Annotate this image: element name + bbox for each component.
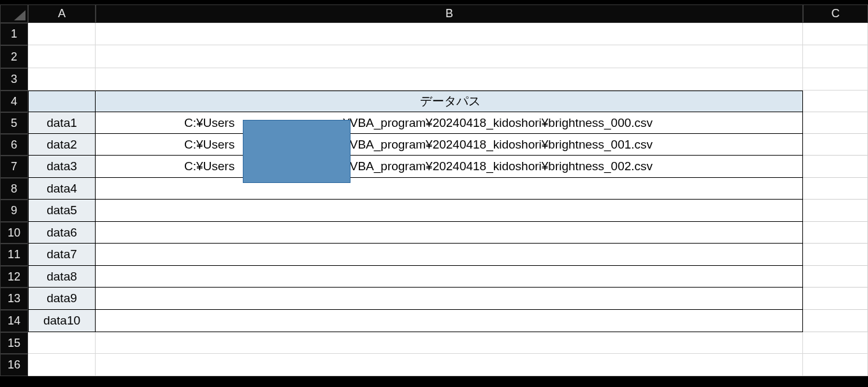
- row-header-14[interactable]: 14: [0, 310, 28, 332]
- row-header-8[interactable]: 8: [0, 178, 28, 200]
- cell-A11[interactable]: data7: [28, 244, 96, 266]
- row-header-1[interactable]: 1: [0, 23, 28, 45]
- cell-C9[interactable]: [803, 200, 868, 222]
- cell-A2[interactable]: [28, 45, 96, 68]
- cell-A10[interactable]: data6: [28, 222, 96, 244]
- cell-C4[interactable]: [803, 91, 868, 112]
- select-all-corner[interactable]: [0, 4, 28, 23]
- cell-C14[interactable]: [803, 310, 868, 332]
- cell-C12[interactable]: [803, 266, 868, 288]
- cell-C3[interactable]: [803, 68, 868, 91]
- cell-B9[interactable]: [96, 200, 803, 222]
- cell-C5[interactable]: [803, 112, 868, 134]
- column-header-C[interactable]: C: [803, 4, 868, 23]
- cell-B10[interactable]: [96, 222, 803, 244]
- cell-C13[interactable]: [803, 288, 868, 310]
- row-header-7[interactable]: 7: [0, 156, 28, 178]
- cell-C8[interactable]: [803, 178, 868, 200]
- path-prefix: C:¥Users: [98, 116, 235, 130]
- cell-B13[interactable]: [96, 288, 803, 310]
- cell-A13[interactable]: data9: [28, 288, 96, 310]
- cell-C1[interactable]: [803, 23, 868, 45]
- cell-A5[interactable]: data1: [28, 112, 96, 134]
- row-header-15[interactable]: 15: [0, 332, 28, 354]
- cell-A6[interactable]: data2: [28, 134, 96, 156]
- cell-C7[interactable]: [803, 156, 868, 178]
- row-header-9[interactable]: 9: [0, 200, 28, 222]
- cell-A7[interactable]: data3: [28, 156, 96, 178]
- cell-B6[interactable]: C:¥Users¥VBA_program¥20240418_kidoshori¥…: [96, 134, 803, 156]
- path-suffix: ¥VBA_program¥20240418_kidoshori¥brightne…: [343, 138, 653, 152]
- cell-A8[interactable]: data4: [28, 178, 96, 200]
- cell-A14[interactable]: data10: [28, 310, 96, 332]
- cell-A4[interactable]: [28, 91, 96, 112]
- cell-B16[interactable]: [96, 354, 803, 376]
- cell-A15[interactable]: [28, 332, 96, 354]
- row-header-5[interactable]: 5: [0, 112, 28, 134]
- row-header-11[interactable]: 11: [0, 244, 28, 266]
- cell-B14[interactable]: [96, 310, 803, 332]
- column-headers: A B C: [0, 4, 868, 23]
- row-header-12[interactable]: 12: [0, 266, 28, 288]
- cell-B2[interactable]: [96, 45, 803, 68]
- cell-C15[interactable]: [803, 332, 868, 354]
- row-header-10[interactable]: 10: [0, 222, 28, 244]
- cell-A9[interactable]: data5: [28, 200, 96, 222]
- row-headers: 12345678910111213141516: [0, 23, 28, 376]
- row-header-16[interactable]: 16: [0, 354, 28, 376]
- cell-C16[interactable]: [803, 354, 868, 376]
- cell-B3[interactable]: [96, 68, 803, 91]
- column-header-B[interactable]: B: [96, 4, 803, 23]
- cell-A12[interactable]: data8: [28, 266, 96, 288]
- cell-C6[interactable]: [803, 134, 868, 156]
- cell-B1[interactable]: [96, 23, 803, 45]
- cell-B11[interactable]: [96, 244, 803, 266]
- row-header-13[interactable]: 13: [0, 288, 28, 310]
- cell-B12[interactable]: [96, 266, 803, 288]
- column-header-A[interactable]: A: [28, 4, 96, 23]
- cell-A3[interactable]: [28, 68, 96, 91]
- cell-B7[interactable]: C:¥Users¥VBA_program¥20240418_kidoshori¥…: [96, 156, 803, 178]
- path-suffix: ¥VBA_program¥20240418_kidoshori¥brightne…: [343, 116, 653, 130]
- path-prefix: C:¥Users: [98, 138, 235, 152]
- spreadsheet-view: A B C 12345678910111213141516 データパスdata1…: [0, 0, 868, 387]
- cell-C2[interactable]: [803, 45, 868, 68]
- redaction-overlay: [243, 120, 351, 183]
- cell-A1[interactable]: [28, 23, 96, 45]
- cell-B8[interactable]: [96, 178, 803, 200]
- row-header-6[interactable]: 6: [0, 134, 28, 156]
- cell-B15[interactable]: [96, 332, 803, 354]
- path-prefix: C:¥Users: [98, 159, 235, 173]
- cell-A16[interactable]: [28, 354, 96, 376]
- row-header-2[interactable]: 2: [0, 45, 28, 68]
- cell-B5[interactable]: C:¥Users¥VBA_program¥20240418_kidoshori¥…: [96, 112, 803, 134]
- path-suffix: ¥VBA_program¥20240418_kidoshori¥brightne…: [343, 159, 653, 173]
- row-header-4[interactable]: 4: [0, 91, 28, 112]
- cell-C11[interactable]: [803, 244, 868, 266]
- cells-grid: データパスdata1C:¥Users¥VBA_program¥20240418_…: [28, 23, 868, 376]
- cell-B4[interactable]: データパス: [96, 91, 803, 112]
- cell-C10[interactable]: [803, 222, 868, 244]
- row-header-3[interactable]: 3: [0, 68, 28, 91]
